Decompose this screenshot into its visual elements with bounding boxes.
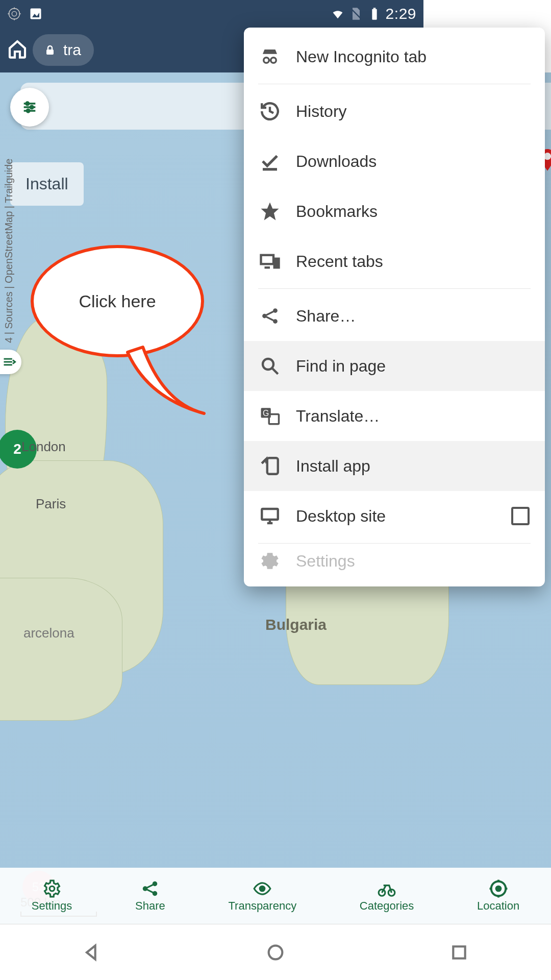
menu-translate[interactable]: G Translate… [244,391,423,441]
svg-line-52 [266,317,273,321]
desktop-icon [259,505,281,527]
region-label-bulgaria: Bulgaria [265,616,327,633]
home-button[interactable] [7,39,28,61]
menu-bookmarks[interactable]: Bookmarks [244,186,423,236]
install-app-icon [259,455,281,477]
annotation-callout: Click here [31,245,204,378]
settings-status-icon [7,7,21,21]
menu-recent-tabs[interactable]: Recent tabs [244,236,423,286]
clock-text: 2:29 [386,5,416,22]
menu-label: Desktop site [296,507,386,526]
svg-point-15 [26,102,29,105]
gear-menu-icon [259,550,281,572]
menu-label: Bookmarks [296,202,378,221]
menu-install-app[interactable]: Install app [244,441,423,491]
svg-line-54 [272,369,278,374]
menu-desktop-site[interactable]: Desktop site [244,491,423,541]
svg-rect-11 [46,50,54,55]
url-bar[interactable]: tra [33,34,94,66]
city-label-barcelona: arcelona [23,625,74,641]
install-chip[interactable]: Install [10,162,84,206]
svg-text:G: G [263,409,269,418]
menu-label: Settings [296,552,355,571]
menu-settings[interactable]: Settings [244,546,423,576]
filter-button[interactable] [10,88,49,127]
incognito-icon [259,46,281,67]
devices-icon [259,251,281,272]
menu-downloads[interactable]: Downloads [244,136,423,186]
menu-label: Recent tabs [296,252,383,271]
callout-text: Click here [79,291,156,311]
svg-rect-9 [372,9,377,20]
history-icon [259,101,281,122]
menu-label: Translate… [296,407,380,426]
city-label-london: London [21,439,66,455]
menu-new-incognito[interactable]: New Incognito tab [244,32,423,82]
svg-point-1 [12,11,16,16]
share-menu-icon [259,305,281,327]
menu-label: Install app [296,457,370,476]
status-bar: 2:29 [0,0,423,28]
image-status-icon [29,7,43,21]
svg-point-40 [264,58,269,63]
svg-point-53 [263,359,273,370]
find-icon [259,355,281,377]
svg-marker-44 [261,203,279,220]
svg-line-51 [266,311,273,315]
menu-label: Downloads [296,152,377,171]
callout-tail [117,337,219,429]
menu-label: History [296,102,347,121]
translate-icon: G [259,405,281,427]
svg-point-16 [30,106,33,109]
svg-point-41 [271,58,277,63]
star-icon [259,201,281,222]
svg-rect-45 [261,255,274,264]
svg-point-17 [27,109,30,112]
svg-rect-6 [31,9,41,19]
wifi-icon [331,7,345,21]
lock-icon [44,44,56,56]
menu-label: Find in page [296,357,386,376]
svg-rect-58 [267,458,278,474]
downloads-icon [259,151,281,172]
menu-label: Share… [296,307,356,326]
svg-rect-60 [262,509,278,520]
menu-label: New Incognito tab [296,47,423,66]
menu-history[interactable]: History [244,86,423,136]
svg-point-0 [9,9,20,19]
browser-overflow-menu: New Incognito tab History Downloads Book… [244,28,423,586]
battery-icon [367,7,382,21]
city-label-paris: Paris [36,496,66,512]
svg-rect-10 [373,8,375,9]
map-attribution: 4 | Sources | OpenStreetMap | Trailguide [3,159,15,343]
sim-off-icon [349,7,363,21]
menu-find-in-page[interactable]: Find in page [244,341,423,391]
svg-rect-47 [274,259,279,268]
menu-share[interactable]: Share… [244,291,423,341]
url-text: tra [63,41,81,59]
